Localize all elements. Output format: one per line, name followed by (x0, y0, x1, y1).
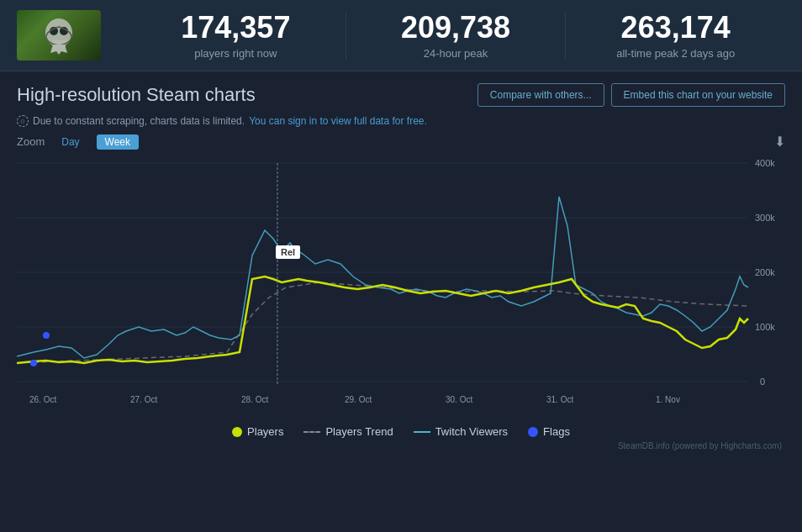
rel-tooltip: Rel (276, 245, 300, 259)
notice-text: Due to constant scraping, charts data is… (33, 115, 245, 127)
notice-icon: ○ (17, 115, 29, 127)
legend-trend: Players Trend (303, 425, 393, 438)
svg-text:1. Nov: 1. Nov (656, 395, 680, 404)
alltime-peak-label: all-time peak 2 days ago (583, 47, 768, 60)
legend-flags: Flags (528, 425, 570, 438)
legend-flags-label: Flags (543, 425, 570, 438)
zoom-week-button[interactable]: Week (97, 134, 139, 150)
legend-players: Players (232, 425, 283, 438)
24h-peak-label: 24-hour peak (363, 47, 549, 60)
chart-section: High-resolution Steam charts Compare wit… (0, 71, 802, 461)
notice-link[interactable]: You can sign in to view full data for fr… (249, 115, 427, 127)
chart-header: High-resolution Steam charts Compare wit… (17, 83, 785, 107)
download-button[interactable]: ⬇ (774, 134, 785, 150)
notice-bar: ○ Due to constant scraping, charts data … (17, 115, 785, 127)
zoom-day-button[interactable]: Day (53, 134, 87, 150)
legend-players-label: Players (247, 425, 283, 438)
chart-wrapper: Rel 400k 300k 200k 100k 0 26. Oct 27. Oc… (17, 155, 785, 415)
svg-text:31. Oct: 31. Oct (546, 395, 573, 404)
svg-rect-7 (17, 155, 785, 415)
game-thumbnail (17, 10, 101, 61)
legend-twitch: Twitch Viewers (414, 425, 508, 438)
zoom-label: Zoom (17, 135, 45, 148)
svg-text:29. Oct: 29. Oct (345, 395, 372, 404)
svg-text:200k: 200k (755, 267, 775, 277)
svg-text:300k: 300k (755, 213, 775, 223)
svg-text:100k: 100k (755, 322, 775, 332)
stat-current-players: 174,357 players right now (126, 11, 346, 60)
stat-24h-peak: 209,738 24-hour peak (346, 11, 567, 60)
svg-text:0: 0 (760, 377, 765, 387)
alltime-peak-number: 263,174 (583, 11, 768, 45)
svg-text:400k: 400k (755, 158, 775, 168)
svg-text:28. Oct: 28. Oct (241, 395, 268, 404)
header-bar: 174,357 players right now 209,738 24-hou… (0, 0, 802, 71)
chart-legend: Players Players Trend Twitch Viewers Fla… (17, 419, 785, 441)
chart-buttons: Compare with others... Embed this chart … (478, 83, 785, 107)
legend-trend-label: Players Trend (325, 425, 393, 438)
compare-button[interactable]: Compare with others... (478, 83, 604, 107)
legend-twitch-label: Twitch Viewers (435, 425, 508, 438)
svg-point-25 (30, 360, 37, 366)
svg-text:30. Oct: 30. Oct (446, 395, 472, 404)
legend-trend-icon (303, 431, 320, 433)
svg-text:27. Oct: 27. Oct (130, 395, 157, 404)
legend-players-icon (232, 427, 242, 437)
embed-button[interactable]: Embed this chart on your website (611, 83, 785, 107)
svg-text:26. Oct: 26. Oct (29, 395, 56, 404)
current-players-label: players right now (143, 47, 329, 60)
current-players-number: 174,357 (143, 11, 329, 45)
watermark: SteamDB.info (powered by Highcharts.com) (17, 441, 785, 454)
legend-twitch-icon (414, 431, 430, 433)
legend-flags-icon (528, 427, 538, 437)
chart-title: High-resolution Steam charts (17, 84, 256, 106)
chart-svg: 400k 300k 200k 100k 0 26. Oct 27. Oct 28… (17, 155, 785, 415)
stat-alltime-peak: 263,174 all-time peak 2 days ago (566, 11, 785, 60)
24h-peak-number: 209,738 (363, 11, 549, 45)
zoom-bar: Zoom Day Week ⬇ (17, 134, 785, 150)
stats-container: 174,357 players right now 209,738 24-hou… (126, 11, 785, 60)
svg-point-26 (43, 332, 50, 339)
